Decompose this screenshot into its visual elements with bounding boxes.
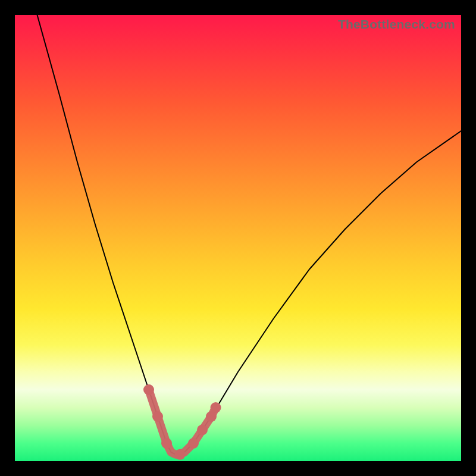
svg-point-4 bbox=[188, 438, 199, 449]
bottleneck-curve-line bbox=[37, 15, 462, 455]
chart-container: TheBottleneck.com bbox=[0, 0, 476, 476]
highlight-points bbox=[143, 384, 221, 460]
chart-svg bbox=[15, 15, 461, 461]
plot-area: TheBottleneck.com bbox=[15, 15, 461, 461]
svg-point-3 bbox=[175, 449, 186, 460]
svg-point-5 bbox=[197, 425, 208, 436]
svg-point-7 bbox=[211, 402, 221, 413]
svg-point-2 bbox=[161, 438, 172, 449]
svg-point-1 bbox=[152, 411, 163, 422]
svg-point-0 bbox=[143, 384, 154, 395]
